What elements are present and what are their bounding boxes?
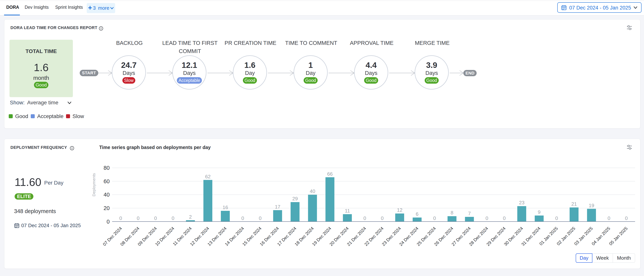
svg-text:21: 21 bbox=[571, 201, 577, 207]
svg-text:0: 0 bbox=[381, 215, 384, 221]
svg-text:04 Jan 2025: 04 Jan 2025 bbox=[591, 226, 611, 246]
svg-text:03 Jan 2025: 03 Jan 2025 bbox=[573, 226, 594, 246]
svg-text:05 Jan 2025: 05 Jan 2025 bbox=[608, 226, 629, 246]
svg-text:19: 19 bbox=[589, 203, 594, 208]
svg-text:40: 40 bbox=[104, 192, 110, 198]
svg-text:60: 60 bbox=[104, 178, 110, 184]
svg-text:0: 0 bbox=[119, 215, 122, 221]
svg-text:20: 20 bbox=[104, 205, 110, 211]
svg-text:0: 0 bbox=[107, 219, 110, 225]
svg-text:0: 0 bbox=[433, 215, 436, 221]
svg-text:02 Jan 2025: 02 Jan 2025 bbox=[556, 226, 576, 246]
svg-text:0: 0 bbox=[259, 215, 262, 221]
svg-text:16: 16 bbox=[222, 205, 228, 210]
svg-text:8: 8 bbox=[451, 210, 453, 216]
svg-text:62: 62 bbox=[205, 174, 210, 179]
svg-text:17: 17 bbox=[275, 204, 280, 210]
svg-text:0: 0 bbox=[137, 215, 140, 221]
svg-text:11: 11 bbox=[345, 208, 350, 214]
svg-text:7: 7 bbox=[468, 211, 471, 216]
svg-text:0: 0 bbox=[486, 215, 488, 221]
svg-text:66: 66 bbox=[327, 171, 333, 177]
svg-text:80: 80 bbox=[104, 165, 110, 171]
svg-text:0: 0 bbox=[503, 215, 506, 221]
svg-text:9: 9 bbox=[538, 209, 540, 215]
svg-text:12: 12 bbox=[397, 207, 402, 213]
svg-text:0: 0 bbox=[363, 215, 366, 221]
svg-text:2: 2 bbox=[189, 214, 192, 220]
svg-text:0: 0 bbox=[555, 215, 558, 221]
svg-text:01 Jan 2025: 01 Jan 2025 bbox=[538, 226, 559, 246]
svg-text:6: 6 bbox=[416, 211, 418, 217]
svg-text:0: 0 bbox=[241, 215, 244, 221]
svg-text:40: 40 bbox=[310, 188, 315, 194]
svg-text:0: 0 bbox=[625, 215, 628, 221]
svg-text:23: 23 bbox=[519, 200, 524, 205]
svg-text:0: 0 bbox=[172, 215, 174, 221]
svg-text:0: 0 bbox=[154, 215, 157, 221]
svg-text:0: 0 bbox=[608, 215, 610, 221]
svg-text:Deployments: Deployments bbox=[92, 173, 96, 197]
svg-text:29: 29 bbox=[292, 196, 298, 201]
